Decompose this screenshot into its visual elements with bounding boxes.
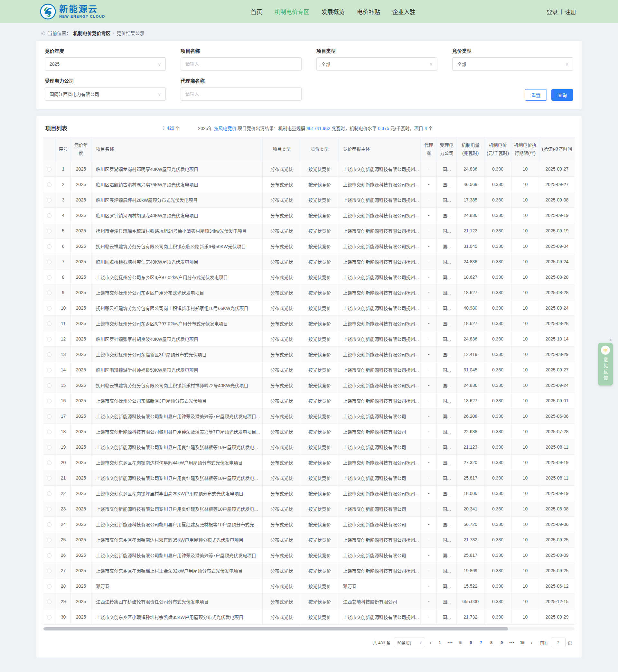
wind-bid-link[interactable]: 按风电竞价: [214, 126, 236, 131]
row-radio[interactable]: [47, 445, 51, 450]
row-radio[interactable]: [47, 399, 51, 403]
page-button-15[interactable]: 15: [518, 640, 527, 645]
bid-type-select[interactable]: 全部∨: [452, 57, 573, 71]
next-page-button[interactable]: ›: [530, 640, 534, 645]
cell-price: 0.330: [485, 578, 511, 594]
cell-year: 2025: [71, 316, 91, 331]
pagination-total: 共 433 条: [373, 640, 391, 646]
row-radio[interactable]: [47, 291, 51, 295]
row-radio[interactable]: [47, 430, 51, 434]
row-radio[interactable]: [47, 599, 51, 604]
cell-date: 2025-08-11: [539, 439, 575, 455]
page-size-select[interactable]: 30条/页 ∨: [394, 638, 425, 647]
cell-name: 抚州赣云祥建筑劳务分包有限公司岗上积镇东临公路新乐6号50KW光伏项目: [91, 238, 262, 254]
cell-no: 4: [56, 208, 71, 223]
page-button-6[interactable]: 6: [467, 640, 475, 645]
row-radio[interactable]: [47, 569, 51, 573]
row-radio[interactable]: [47, 275, 51, 280]
nav-item-企业入驻[interactable]: 企业入驻: [392, 7, 416, 16]
cell-name: 上饶市交创东乡区孝岗镇坪里村李山高29KW户用屋顶分布式光伏发电项目: [91, 486, 262, 501]
cell-company: 国...: [437, 609, 457, 625]
cell-volume: 25.817: [457, 547, 485, 563]
cell-select: [43, 424, 56, 439]
cell-bid: 按光伏竞价: [301, 161, 338, 177]
page-button-5[interactable]: 5: [456, 640, 465, 645]
row-radio[interactable]: [47, 368, 51, 372]
cell-no: 9: [56, 285, 71, 300]
feedback-button[interactable]: ✉ 意见反馈: [598, 343, 613, 385]
page-numbers: 1•••56789•••15: [436, 640, 527, 645]
horizontal-scrollbar-track[interactable]: [43, 627, 575, 631]
row-radio[interactable]: [47, 183, 51, 187]
cell-type: 分布式光伏: [262, 455, 301, 470]
summary-seg1: 项目竞价出清结果：机制电量规模: [236, 126, 306, 131]
prev-page-button[interactable]: ‹: [428, 640, 432, 645]
filter-field-power-company-select: 受理电力公司国网江西省电力有限公司∨: [45, 77, 166, 101]
row-radio[interactable]: [47, 322, 51, 326]
horizontal-scrollbar-thumb[interactable]: [43, 627, 508, 631]
nav-item-首页[interactable]: 首页: [251, 7, 262, 16]
nav-item-机制电价专区[interactable]: 机制电价专区: [275, 7, 309, 16]
row-radio[interactable]: [47, 615, 51, 620]
page-button-1[interactable]: 1: [436, 640, 444, 645]
column-header-代理商: 代理商: [421, 137, 437, 161]
main-nav: 首页机制电价专区发展概览电价补贴企业入驻: [251, 7, 416, 16]
page-button-7[interactable]: 7: [477, 640, 485, 645]
cell-volume: 20.341: [457, 501, 485, 517]
cell-term: 10: [511, 486, 539, 501]
row-radio[interactable]: [47, 553, 51, 558]
row-radio[interactable]: [47, 584, 51, 589]
row-radio[interactable]: [47, 167, 51, 172]
project-type-select[interactable]: 全部∨: [316, 57, 437, 71]
row-radio[interactable]: [47, 383, 51, 388]
cell-bid: 按光伏竞价: [301, 501, 338, 517]
cell-agent: -: [421, 409, 437, 424]
row-radio[interactable]: [47, 507, 51, 512]
row-radio[interactable]: [47, 476, 51, 480]
cell-name: 上饶市交创新能源科技有限公司黎川县户用钟荣及潘美兴等7户屋顶光伏发电项目...: [91, 424, 262, 439]
row-radio[interactable]: [47, 260, 51, 264]
power-company-select[interactable]: 国网江西省电力有限公司∨: [45, 87, 166, 101]
row-radio[interactable]: [47, 229, 51, 233]
row-radio[interactable]: [47, 198, 51, 203]
row-radio[interactable]: [47, 461, 51, 465]
row-radio[interactable]: [47, 522, 51, 527]
cell-bid: 按光伏竞价: [301, 254, 338, 269]
register-link[interactable]: 注册: [565, 8, 576, 16]
project-name-input[interactable]: [181, 57, 302, 71]
row-radio[interactable]: [47, 414, 51, 419]
cell-term: 10: [511, 455, 539, 470]
row-radio[interactable]: [47, 213, 51, 218]
row-radio[interactable]: [47, 337, 51, 341]
cell-no: 12: [56, 331, 71, 347]
cell-applicant: 上饶市交创新能源科技有限公司抚州...: [338, 563, 421, 578]
cell-type: 分布式光伏: [262, 424, 301, 439]
search-button[interactable]: 查询: [551, 89, 573, 101]
feedback-close-icon[interactable]: x: [598, 337, 613, 342]
breadcrumb-section[interactable]: 机制电价竞价专区: [73, 30, 111, 36]
row-radio[interactable]: [47, 538, 51, 542]
bid-year-select[interactable]: 2025∨: [45, 57, 166, 71]
row-radio[interactable]: [47, 244, 51, 249]
row-radio[interactable]: [47, 352, 51, 357]
count-dots-icon: ⋮: [161, 125, 166, 130]
login-link[interactable]: 登录: [547, 8, 558, 16]
filter-label: 竞价年度: [45, 47, 166, 54]
row-radio[interactable]: [47, 306, 51, 311]
cell-term: 10: [511, 254, 539, 269]
agent-name-input[interactable]: [181, 87, 302, 101]
page-button-9[interactable]: 9: [498, 640, 506, 645]
page-button-8[interactable]: 8: [487, 640, 496, 645]
goto-page-input[interactable]: [551, 638, 565, 647]
cell-name: 上饶市交创抚州分公司东乡区3户97.02kw户用分布式光伏发电项目: [91, 269, 262, 285]
cell-name: 抚州市金溪县琉璃乡琉璃村铁路坑组24号徐小清农村屋顶34kw光伏发电项目: [91, 223, 262, 238]
cell-date: 2025-09-24: [539, 377, 575, 393]
nav-item-发展概览[interactable]: 发展概览: [322, 7, 345, 16]
nav-item-电价补贴[interactable]: 电价补贴: [357, 7, 380, 16]
app-logo[interactable]: 新能源云 NEW ENERGY CLOUD: [40, 4, 105, 20]
cell-select: [43, 377, 56, 393]
column-header-受理电力公司: 受理电力公司: [437, 137, 457, 161]
row-radio[interactable]: [47, 491, 51, 496]
cell-bid: 按光伏竞价: [301, 470, 338, 486]
reset-button[interactable]: 重置: [525, 89, 547, 101]
